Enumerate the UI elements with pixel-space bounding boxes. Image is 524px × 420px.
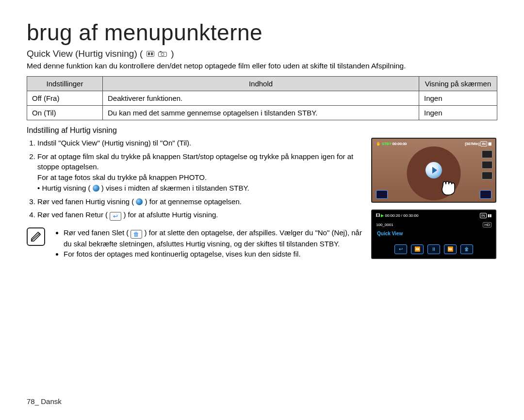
return-button[interactable]: ↩: [394, 244, 407, 254]
hand-osd-icon: ✋: [376, 142, 381, 146]
rewind-button[interactable]: ⏪: [411, 244, 424, 254]
page-language: Dansk: [41, 397, 62, 405]
film-osd-icon: 🎞: [376, 213, 380, 218]
svg-rect-0: [147, 51, 154, 57]
storage-in-icon: IN: [480, 213, 487, 218]
table-header-settings: Indstillinger: [27, 76, 103, 91]
section-subtitle: Quick View (Hurtig visning) ( ): [27, 48, 497, 59]
menu-tab-icon[interactable]: [480, 190, 491, 199]
hd-badge-icon: HD: [483, 222, 491, 227]
figures-column: ✋ STBY 00:00:00 [307Min] IN ▮▮: [371, 138, 497, 266]
cell: Ingen: [419, 91, 497, 105]
transport-bar: ↩ ⏪ ⏸ ⏩ 🗑: [372, 244, 495, 254]
step-2-line3: • Hurtig visning ( ) vises i midten af s…: [37, 183, 362, 194]
steps-heading: Indstilling af Hurtig visning: [27, 126, 497, 135]
lcd-quickview-playback: 🎞 ▶ 00:00:20 / 00:30:00 IN ▮▮ 100_0001 H…: [371, 210, 496, 259]
pause-button[interactable]: ⏸: [427, 244, 440, 254]
trash-icon: 🗑: [131, 230, 142, 239]
clip-name: 100_0001: [376, 223, 393, 227]
lcd-preview-stby: ✋ STBY 00:00:00 [307Min] IN ▮▮: [371, 138, 496, 203]
subtitle-close: ): [171, 48, 174, 59]
step-2-line2: For at tage fotos skal du trykke på knap…: [37, 172, 362, 183]
osd-pill-icon: [482, 172, 492, 179]
note-block: Rør ved fanen Slet ( 🗑 ) for at slette d…: [27, 227, 362, 259]
stby-label: STBY: [382, 142, 392, 146]
svg-rect-5: [160, 51, 162, 53]
film-icon: [147, 50, 154, 59]
play-indicator-icon: ▶: [381, 213, 384, 218]
page: brug af menupunkterne Quick View (Hurtig…: [0, 0, 524, 420]
step-2-line1: For at optage film skal du trykke på kna…: [37, 151, 362, 173]
osd-pill-icon: [482, 161, 492, 169]
quickview-dot-icon: [93, 185, 99, 192]
step-2-bullet-post: ) vises i midten af skærmen i tilstanden…: [101, 184, 249, 192]
cell: Du kan med det samme gennemse optagelsen…: [103, 105, 419, 120]
svg-point-4: [161, 53, 164, 56]
step-4: Rør ved fanen Retur ( ↩ ) for at afslutt…: [37, 210, 362, 221]
note-1: Rør ved fanen Slet ( 🗑 ) for at slette d…: [64, 227, 362, 249]
camera-icon: [158, 50, 167, 59]
steps-list: Indstil "Quick View" (Hurtig visning) ti…: [37, 138, 362, 221]
step-3-pre: Rør ved fanen Hurtig visning (: [37, 197, 134, 206]
osd-side-icons: [482, 150, 492, 179]
cell: Deaktiverer funktionen.: [103, 91, 419, 105]
storage-in-icon: IN: [480, 141, 487, 146]
step-3-post: ) for at gennemse optagelsen.: [145, 197, 242, 206]
page-number: 78: [27, 397, 35, 405]
step-4-pre: Rør ved fanen Retur (: [37, 210, 108, 219]
quickview-label: Quick View: [377, 231, 403, 236]
battery-icon: ▮▮: [488, 213, 491, 218]
table-header-content: Indhold: [103, 76, 419, 91]
return-icon: ↩: [110, 212, 121, 221]
svg-rect-1: [148, 52, 150, 55]
delete-button[interactable]: 🗑: [460, 244, 473, 254]
note-list: Rør ved fanen Slet ( 🗑 ) for at slette d…: [56, 227, 362, 259]
page-footer: 78_ Dansk: [27, 397, 62, 405]
cell: Ingen: [419, 105, 497, 120]
intro-text: Med denne funktion kan du kontrollere de…: [27, 61, 497, 71]
rec-time: 00:00:00: [393, 142, 407, 146]
forward-button[interactable]: ⏩: [444, 244, 457, 254]
step-1: Indstil "Quick View" (Hurtig visning) ti…: [37, 138, 362, 148]
osd-top-row: ✋ STBY 00:00:00 [307Min] IN ▮▮: [372, 142, 495, 146]
remain-time: [307Min]: [465, 142, 479, 146]
page-title: brug af menupunkterne: [27, 19, 497, 46]
settings-table: Indstillinger Indhold Visning på skærmen…: [27, 76, 497, 120]
playback-clock: 00:00:20 / 00:30:00: [385, 213, 418, 218]
quickview-dot-icon: [136, 198, 143, 205]
table-row: On (Til) Du kan med det samme gennemse o…: [27, 105, 497, 120]
step-2-bullet-pre: Hurtig visning (: [42, 184, 90, 192]
cell: Off (Fra): [27, 91, 103, 105]
battery-icon: ▮▮: [488, 142, 491, 146]
step-3: Rør ved fanen Hurtig visning ( ) for at …: [37, 196, 362, 207]
table-row: Off (Fra) Deaktiverer funktionen. Ingen: [27, 91, 497, 105]
note-1-pre: Rør ved fanen Slet (: [64, 228, 129, 237]
note-2: For fotos der optages med kontinuerlig o…: [64, 249, 362, 259]
subtitle-text: Quick View (Hurtig visning) (: [27, 48, 143, 59]
note-icon: [27, 227, 45, 246]
cell: On (Til): [27, 105, 103, 120]
note-1-post: ) for at slette den optagelse, der afspi…: [145, 228, 278, 237]
table-header-display: Visning på skærmen: [419, 76, 497, 91]
playback-tab-icon[interactable]: [376, 190, 388, 199]
svg-rect-2: [151, 52, 153, 55]
osd-pill-icon: [482, 150, 492, 158]
step-4-post: ) for at afslutte Hurtig visning.: [123, 210, 218, 219]
step-2: For at optage film skal du trykke på kna…: [37, 151, 362, 194]
